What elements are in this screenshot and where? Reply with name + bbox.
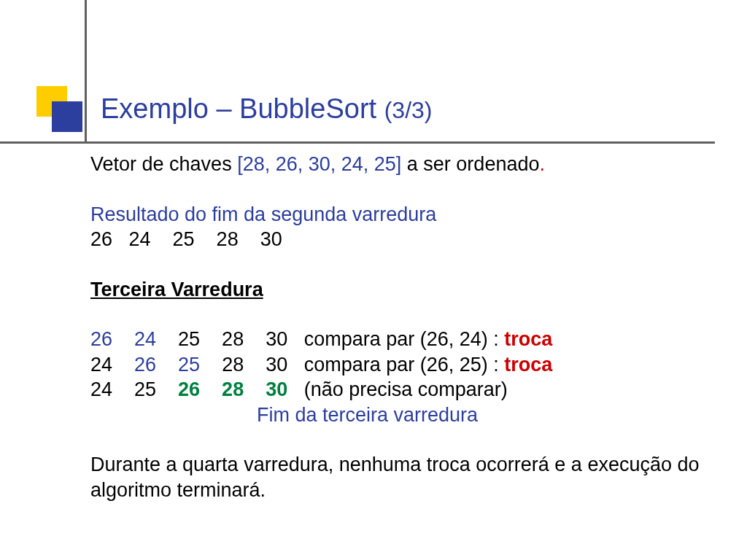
third-pass-line2: 24 26 25 28 30 compara par (26, 25) : tr… [90,352,711,378]
blank-row [90,177,711,202]
third-pass-heading: Terceira Varredura [90,277,711,303]
compare-pair: 26 24 [90,328,156,350]
blue-square-icon [52,101,82,132]
intro-vector: [28, 26, 30, 24, 25] [237,153,401,175]
line3-rest: (não precisa comparar) [287,378,508,400]
second-pass-label: Resultado do fim da segunda varredura [90,202,711,228]
intro-dot: . [539,153,545,175]
line1-rest: 25 28 30 compara par (26, 24) : [156,328,504,350]
blank-row [90,302,711,327]
third-pass-end: Fim da terceira varredura [90,402,711,428]
line2-rest: 28 30 compara par (26, 25) : [200,354,504,376]
sorted-tail: 26 28 30 [178,378,287,400]
intro-prefix: Vetor de chaves [90,153,237,175]
third-pass-line1: 26 24 25 28 30 compara par (26, 24) : tr… [90,327,711,352]
horizontal-rule [0,141,715,144]
intro-suffix: a ser ordenado [401,153,539,175]
compare-pair: 26 25 [134,354,200,376]
action-troca: troca [504,354,552,376]
line3-prefix: 24 25 [90,378,178,400]
title-part: (3/3) [384,97,433,123]
slide-body: Vetor de chaves [28, 26, 30, 24, 25] a s… [90,152,711,502]
blank-row [90,427,711,452]
slide: Exemplo – BubbleSort (3/3) Vetor de chav… [0,0,747,560]
title-main: Exemplo – BubbleSort [101,93,384,124]
intro-line: Vetor de chaves [28, 26, 30, 24, 25] a s… [90,152,711,177]
slide-title: Exemplo – BubbleSort (3/3) [101,93,432,125]
line2-prefix: 24 [90,354,134,376]
second-pass-values: 26 24 25 28 30 [90,227,711,252]
third-pass-line3: 24 25 26 28 30 (não precisa comparar) [90,377,711,402]
final-note: Durante a quarta varredura, nenhuma troc… [90,452,711,502]
action-troca: troca [504,328,552,350]
blank-row [90,252,711,277]
vertical-rule [85,0,87,144]
